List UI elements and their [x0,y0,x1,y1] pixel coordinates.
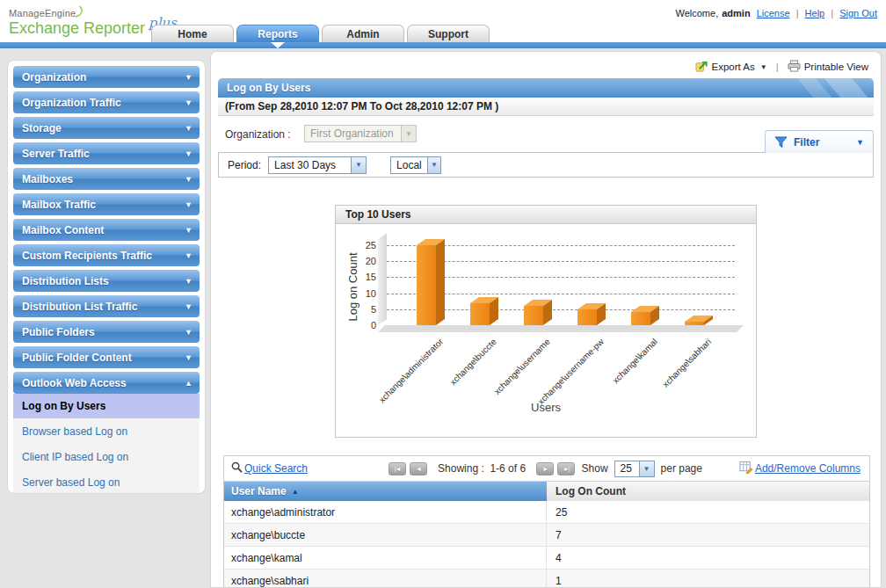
chevron-down-icon: ▼ [185,277,192,286]
export-as-button[interactable]: Export As ▼ [695,60,767,75]
tab-reports[interactable]: Reports [236,25,319,42]
timezone-value: Local [391,159,427,171]
chevron-down-icon: ▼ [185,226,192,235]
y-tick-label: 20 [353,256,376,266]
last-page-button[interactable]: ►| [557,462,575,475]
separator: | [831,8,833,18]
license-link[interactable]: License [757,8,790,18]
table-header: User Name ▲ Log On Count [224,481,869,501]
tab-admin[interactable]: Admin [322,25,404,42]
add-remove-columns: Add/Remove Columns [739,461,861,476]
sidebar-section-label: Public Folder Content [22,352,132,364]
chevron-down-icon: ▼ [351,157,366,173]
bar-xchange-kamal [631,312,650,325]
y-tick-label: 0 [353,320,376,330]
export-as-label: Export As [712,62,755,72]
page-size-select[interactable]: 25 ▼ [614,461,655,477]
tab-home[interactable]: Home [151,25,234,42]
add-remove-columns-link[interactable]: Add/Remove Columns [755,462,861,475]
sidebar-item-log-on-by-users[interactable]: Log on By Users [13,394,200,418]
chart-3d-floor [378,325,744,332]
printable-view-button[interactable]: Printable View [788,60,868,74]
sidebar-section-public-folders[interactable]: Public Folders▼ [13,321,200,343]
welcome-bar: Welcome,admin License | Help | Sign Out [676,8,878,18]
first-page-button[interactable]: |◄ [389,462,406,475]
chevron-down-icon: ▼ [185,98,192,107]
pager: |◄ ◄ Showing : 1-6 of 6 ► ►| [389,462,575,475]
sidebar-section-organization[interactable]: Organization▼ [13,66,200,88]
chart-title: Top 10 Users [336,206,756,224]
chevron-down-icon: ▼ [185,73,192,82]
bar-xchange-administrator [417,245,436,325]
organization-label: Organization : [225,128,291,141]
organization-row: Organization : First Organization ▼ Filt… [218,116,874,152]
sidebar-section-label: Mailbox Traffic [22,199,96,211]
chart-3d-wall [378,234,387,325]
sidebar-section-organization-traffic[interactable]: Organization Traffic▼ [13,91,200,113]
cell-log-on-count: 4 [547,547,869,569]
chart-plot: Log on Count Users 0510152025xchange\adm… [336,224,756,437]
chevron-down-icon: ▼ [185,251,192,260]
bar-xchange-username-pw [577,309,597,325]
sidebar-section-mailbox-content[interactable]: Mailbox Content▼ [13,219,200,241]
timezone-select[interactable]: Local ▼ [390,156,441,174]
chevron-down-icon: ▼ [760,63,767,71]
sidebar-section-mailboxes[interactable]: Mailboxes▼ [13,168,200,190]
sidebar-section-distribution-lists[interactable]: Distribution Lists▼ [13,270,200,292]
x-tick-label: xchange\administrator [376,337,444,404]
sidebar-section-outlook-web-access[interactable]: Outlook Web Access▲ [13,372,200,394]
sign-out-link[interactable]: Sign Out [839,8,877,18]
chevron-down-icon: ▼ [185,175,192,184]
sidebar-section-distribution-list-traffic[interactable]: Distribution List Traffic▼ [13,295,200,317]
report-table-container: Quick Search |◄ ◄ Showing : 1-6 of 6 ► ►… [223,455,870,588]
x-tick-label: xchange\sabhari [660,337,713,389]
magnifier-icon [231,461,243,475]
sidebar-section-mailbox-traffic[interactable]: Mailbox Traffic▼ [13,193,200,215]
sidebar-section-label: Custom Recipients Traffic [22,250,152,262]
period-value: Last 30 Days [269,159,351,171]
sidebar-item-client-ip-based-log-on[interactable]: Client IP based Log on [13,444,200,469]
report-title-bar: Log on By Users [218,78,874,98]
chevron-down-icon: ▼ [401,126,416,142]
table-row: xchange\buccte7 [224,524,869,547]
table-body: xchange\administrator25xchange\buccte7xc… [224,501,869,588]
quick-search-link[interactable]: Quick Search [244,462,308,475]
sidebar-section-custom-recipients-traffic[interactable]: Custom Recipients Traffic▼ [13,244,200,266]
cell-user-name: xchange\sabhari [224,570,547,588]
username: admin [722,8,750,18]
help-link[interactable]: Help [805,8,825,18]
tab-support[interactable]: Support [407,25,490,42]
chevron-down-icon: ▼ [185,124,192,133]
organization-value: First Organization [305,127,401,140]
sidebar-section-storage[interactable]: Storage▼ [13,117,200,139]
sidebar-section-public-folder-content[interactable]: Public Folder Content▼ [13,346,200,368]
sort-ascending-icon: ▲ [292,488,299,496]
previous-page-button[interactable]: ◄ [410,462,427,475]
decorative-stripe [824,78,874,98]
y-tick-label: 5 [353,304,376,315]
date-range: (From Sep 28,2010 12:07 PM To Oct 28,201… [218,98,874,116]
filter-button[interactable]: Filter ▼ [765,130,874,153]
organization-select[interactable]: First Organization ▼ [304,125,417,142]
period-select[interactable]: Last 30 Days ▼ [268,156,367,174]
sidebar-section-label: Distribution Lists [22,275,109,287]
sidebar-section-server-traffic[interactable]: Server Traffic▼ [13,142,200,164]
cell-user-name: xchange\kamal [224,547,547,569]
column-header-user-name[interactable]: User Name ▲ [224,482,547,501]
cell-user-name: xchange\buccte [224,524,547,546]
chevron-down-icon: ▼ [185,302,192,311]
swoosh-icon [74,6,85,21]
table-row: xchange\sabhari1 [224,570,869,588]
bar-xchange-username [524,306,543,325]
brand-name: ManageEngine [9,8,76,18]
top-accent-strip [0,42,886,48]
sidebar-section-label: Organization [22,71,86,83]
column-header-log-on-count[interactable]: Log On Count [547,482,869,501]
next-page-button[interactable]: ► [536,462,554,475]
column-label: Log On Count [556,485,626,497]
chevron-down-icon: ▼ [185,328,192,337]
showing-label: Showing : [438,462,484,475]
table-row: xchange\kamal4 [224,547,869,570]
sidebar-item-browser-based-log-on[interactable]: Browser based Log on [13,418,200,444]
sidebar-item-server-based-log-on[interactable]: Server based Log on [13,469,200,494]
